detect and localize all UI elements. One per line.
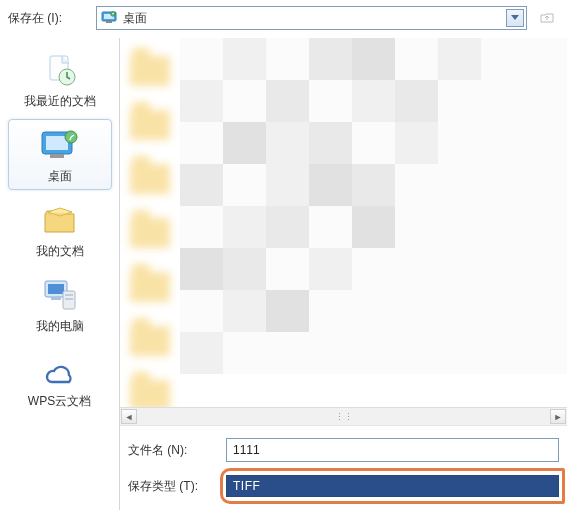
svg-rect-11 [48,284,64,294]
blurred-content [180,38,567,407]
up-folder-button[interactable] [535,6,559,30]
places-sidebar: 我最近的文档 桌面 [0,38,120,510]
sidebar-item-mydocs[interactable]: 我的文档 [8,194,112,265]
sidebar-item-label: 我的电脑 [36,318,84,335]
folder-icon [130,46,174,86]
my-documents-icon [36,201,84,241]
chevron-down-icon [511,15,519,21]
save-in-row: 保存在 (I): 桌面 [0,0,567,38]
wps-cloud-icon [36,351,84,391]
desktop-icon [101,10,117,26]
svg-point-3 [111,12,115,16]
folder-icon [130,154,174,194]
recent-docs-icon [36,51,84,91]
filename-label: 文件名 (N): [128,442,220,459]
sidebar-item-label: 桌面 [48,168,72,185]
filename-value: 1111 [233,443,260,457]
location-dropdown-button[interactable] [506,9,524,27]
location-text: 桌面 [123,10,147,27]
desktop-icon [36,126,84,166]
location-combo[interactable]: 桌面 [96,6,527,30]
horizontal-scrollbar[interactable]: ◄ ⋮⋮ ► [120,407,567,425]
folder-icon [130,262,174,302]
sidebar-item-recent[interactable]: 我最近的文档 [8,44,112,115]
scroll-right-button[interactable]: ► [550,409,566,424]
svg-rect-8 [50,154,64,158]
file-list[interactable] [120,38,567,407]
folder-icon [130,370,174,407]
sidebar-item-wpscloud[interactable]: WPS云文档 [8,344,112,415]
folder-up-icon [539,10,555,26]
scroll-left-button[interactable]: ◄ [121,409,137,424]
sidebar-item-label: WPS云文档 [28,393,91,410]
sidebar-item-desktop[interactable]: 桌面 [8,119,112,190]
svg-rect-2 [106,21,112,23]
filename-input[interactable]: 1111 [226,438,559,462]
bottom-form: 文件名 (N): 1111 保存类型 (T): TIFF [120,425,567,510]
my-computer-icon [36,276,84,316]
filetype-value: TIFF [233,479,260,493]
folder-icon [130,208,174,248]
folder-icon [130,316,174,356]
folder-icon [130,100,174,140]
scroll-grip-icon: ⋮⋮ [335,412,353,422]
svg-rect-12 [51,297,61,300]
svg-rect-14 [65,294,73,296]
save-in-label: 保存在 (I): [8,10,88,27]
sidebar-item-label: 我最近的文档 [24,93,96,110]
filetype-combo[interactable]: TIFF [226,475,559,497]
sidebar-item-label: 我的文档 [36,243,84,260]
svg-rect-15 [65,298,73,300]
sidebar-item-mycomputer[interactable]: 我的电脑 [8,269,112,340]
filetype-label: 保存类型 (T): [128,478,220,495]
